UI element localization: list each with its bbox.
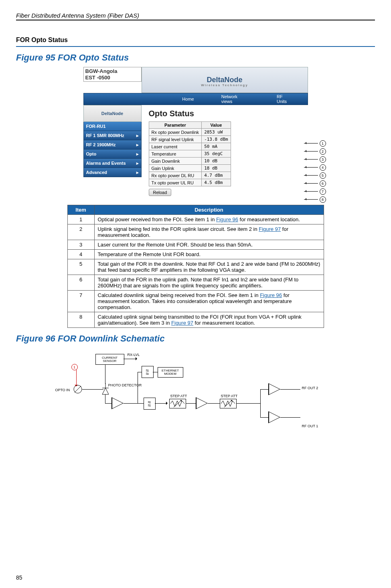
figure-ref[interactable]: Figure 97 (259, 226, 281, 232)
col-value: Value (202, 122, 231, 129)
menu-rf[interactable]: RF Units (263, 94, 307, 104)
brand-name: DeltaNode (207, 76, 242, 84)
chevron-right-icon: ▸ (136, 161, 139, 166)
label-rf-out-2: RF OUT 2 (302, 386, 318, 390)
opto-status-screenshot: BGW-Angola EST -0500 DeltaNode Wireless … (83, 67, 308, 200)
figure-ref[interactable]: Figure 96 (260, 292, 282, 298)
figure96-caption: Figure 96 FOR Downlink Schematic (16, 333, 375, 344)
sidebar-item-advanced[interactable]: Advanced▸ (83, 168, 142, 177)
svg-marker-2 (102, 388, 109, 394)
label-step-att-2: STEP ATT (221, 394, 238, 398)
table-row: 4Temperature of the Remote Unit FOR boar… (67, 250, 324, 259)
table-row: 7Calculated downlink signal being receiv… (67, 291, 324, 312)
chevron-right-icon: ▸ (136, 142, 139, 148)
amplifier-icon (268, 411, 280, 423)
chevron-right-icon: ▸ (136, 152, 139, 157)
opto-in-icon (73, 385, 82, 394)
node-line1: BGW-Angola (85, 68, 118, 74)
sidebar-item-opto[interactable]: Opto▸ (83, 150, 142, 159)
figure-ref[interactable]: Figure 97 (171, 320, 193, 326)
reload-button[interactable]: Reload (149, 189, 172, 196)
filter-icon: ≈≈ (142, 366, 154, 378)
label-rx-lvl: RX-LVL (128, 353, 140, 357)
downlink-schematic: 1 OPTO IN PHOTO DETECTOR CURRENT SENSOR … (55, 348, 336, 440)
sidebar-item-for-ru1[interactable]: FOR-RU1 (83, 122, 142, 131)
table-row: 6Total gain of the FOR in the uplink pat… (67, 275, 324, 291)
callout-4: 4 (304, 164, 326, 171)
brand-sub: Wireless Technology (201, 83, 248, 87)
desc-col-item: Item (67, 205, 94, 215)
chevron-right-icon: ▸ (136, 170, 139, 175)
table-row: 2Uplink signal being fed into the FOR up… (67, 224, 324, 240)
opto-status-heading: Opto Status (149, 109, 304, 118)
opto-status-table: ParameterValue Rx opto power Downlink285… (149, 121, 231, 186)
table-row: Gain Uplink18 dB (149, 165, 231, 172)
desc-col-desc: Description (94, 205, 324, 215)
col-parameter: Parameter (149, 122, 202, 129)
chevron-right-icon: ▸ (136, 133, 139, 138)
figure-ref[interactable]: Figure 96 (216, 216, 238, 222)
callout-1: 1 (304, 140, 326, 147)
ethernet-modem-box: ETHERNET MODEM (158, 367, 183, 378)
sidebar-item-rf2[interactable]: RF 2 1900MHz▸ (83, 140, 142, 150)
table-row: Laser current50 mA (149, 143, 231, 150)
callout-2: 2 (304, 148, 326, 155)
amplifier-icon (196, 397, 208, 409)
figure95-caption: Figure 95 FOR Opto Status (16, 53, 375, 63)
table-row: Rx opto power Downlink2853 uW (149, 129, 231, 136)
callout-5: 5 (304, 172, 326, 179)
amplifier-icon (268, 383, 280, 395)
svg-line-5 (174, 400, 182, 407)
attenuator-icon (169, 399, 186, 408)
callout-7: 7 (304, 188, 326, 195)
node-id-box: BGW-Angola EST -0500 (83, 67, 142, 82)
sidebar-logo: DeltaNode (83, 105, 142, 122)
table-row: Gain Downlink10 dB (149, 158, 231, 165)
table-row: RF signal level Uplink-13.8 dBm (149, 136, 231, 143)
top-menu: Home Network views RF Units (83, 93, 308, 105)
label-step-att-1: STEP ATT (170, 394, 187, 398)
callout-8: 8 (304, 196, 326, 203)
schematic-callout-1: 1 (71, 364, 78, 370)
callout-column: 1 2 3 4 5 6 7 8 (304, 140, 326, 203)
amplifier-icon (111, 397, 124, 409)
running-header: Fiber Distributed Antenna System (Fiber … (16, 12, 375, 20)
label-rf-out-1: RF OUT 1 (302, 424, 318, 428)
svg-line-1 (75, 386, 81, 392)
filter-icon: ≈≈ (144, 398, 156, 410)
sidebar-item-rf1[interactable]: RF 1 SMR 800MHz▸ (83, 131, 142, 140)
table-row: 3Laser current for the Remote Unit FOR. … (67, 240, 324, 250)
table-row: 8Calculated uplink signal being transmit… (67, 312, 324, 328)
sidebar-item-alarms[interactable]: Alarms and Events▸ (83, 159, 142, 168)
table-row: 1Optical power received from the FOI. Se… (67, 215, 324, 224)
current-sensor-box: CURRENT SENSOR (95, 354, 124, 365)
label-photo-detector: PHOTO DETECTOR (108, 383, 142, 387)
brand-banner: DeltaNode Wireless Technology (142, 67, 308, 93)
node-line2: EST -0500 (85, 75, 110, 81)
menu-home[interactable]: Home (168, 97, 207, 101)
section-title: FOR Opto Status (16, 36, 375, 47)
sidebar: DeltaNode FOR-RU1 RF 1 SMR 800MHz▸ RF 2 … (83, 105, 142, 200)
table-row: Temperature35 degC (149, 150, 231, 158)
attenuator-icon (220, 399, 237, 408)
menu-network[interactable]: Network views (208, 94, 263, 104)
description-table: Item Description 1Optical power received… (67, 205, 324, 328)
label-opto-in: OPTO IN (55, 388, 70, 392)
callout-6: 6 (304, 180, 326, 187)
table-row: Tx opto power UL RU4.5 dBm (149, 179, 231, 186)
table-row: Rx opto power DL RU4.7 dBm (149, 172, 231, 179)
table-row: 5Total gain of the FOR in the downlink. … (67, 259, 324, 275)
svg-line-7 (224, 400, 232, 407)
callout-3: 3 (304, 156, 326, 163)
